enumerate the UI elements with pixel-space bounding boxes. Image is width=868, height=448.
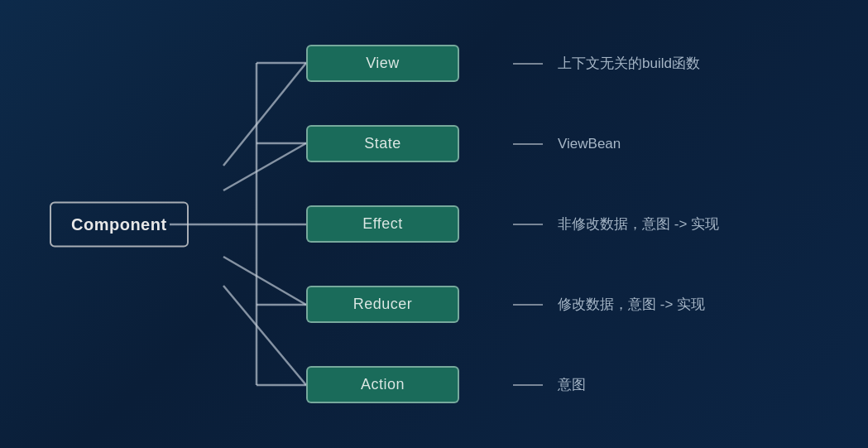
state-box: State <box>306 125 459 162</box>
reducer-desc-item: 修改数据，意图 -> 实现 <box>513 287 705 322</box>
state-desc-item: ViewBean <box>513 127 621 161</box>
teal-boxes-container: View State Effect Reducer Action <box>306 0 459 448</box>
reducer-box: Reducer <box>306 286 459 323</box>
component-box: Component <box>50 201 189 247</box>
view-desc-item: 上下文无关的build函数 <box>513 46 700 81</box>
state-connector-line <box>513 143 543 145</box>
action-desc-item: 意图 <box>513 368 586 402</box>
diagram-container: Component View <box>0 0 868 448</box>
svg-line-12 <box>223 257 306 305</box>
effect-description: 非修改数据，意图 -> 实现 <box>558 214 719 234</box>
view-connector-line <box>513 63 543 65</box>
action-label: Action <box>361 376 405 393</box>
view-box: View <box>306 45 459 82</box>
view-label: View <box>366 55 400 71</box>
reducer-description: 修改数据，意图 -> 实现 <box>558 295 705 314</box>
effect-box: Effect <box>306 205 459 243</box>
svg-line-13 <box>223 286 306 385</box>
svg-line-11 <box>223 63 306 166</box>
state-label: State <box>364 135 401 152</box>
reducer-connector-line <box>513 304 543 306</box>
descriptions-container: 上下文无关的build函数 ViewBean 非修改数据，意图 -> 实现 修改… <box>513 0 719 448</box>
view-description: 上下文无关的build函数 <box>558 54 700 73</box>
reducer-label: Reducer <box>353 296 413 312</box>
component-label: Component <box>71 214 167 233</box>
effect-label: Effect <box>362 215 403 232</box>
state-description: ViewBean <box>558 136 621 152</box>
effect-desc-item: 非修改数据，意图 -> 实现 <box>513 207 719 242</box>
effect-connector-line <box>513 224 543 225</box>
action-description: 意图 <box>558 375 586 394</box>
svg-line-10 <box>223 143 306 190</box>
action-connector-line <box>513 384 543 386</box>
action-box: Action <box>306 366 459 403</box>
